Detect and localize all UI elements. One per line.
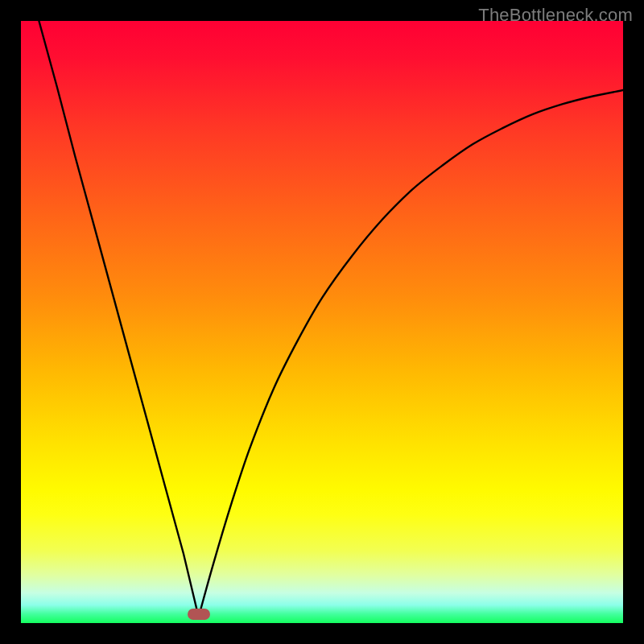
bottleneck-curve xyxy=(21,21,623,623)
chart-frame: TheBottleneck.com xyxy=(0,0,644,644)
optimal-point-marker xyxy=(188,609,210,620)
watermark-text: TheBottleneck.com xyxy=(478,5,633,26)
curve-path xyxy=(39,21,623,617)
plot-area xyxy=(21,21,623,623)
